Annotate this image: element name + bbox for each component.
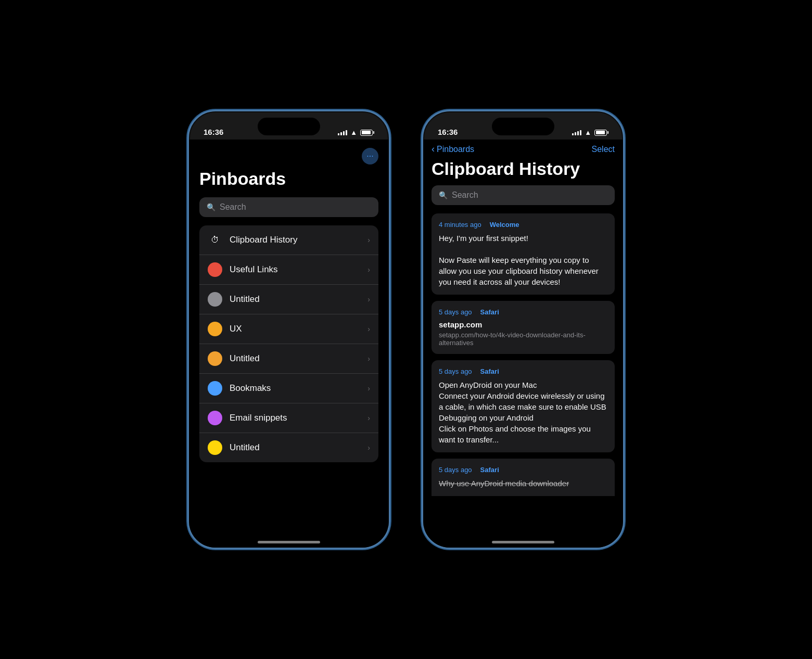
- list-item[interactable]: Untitled ›: [199, 285, 378, 314]
- clip-source: Welcome: [490, 221, 519, 229]
- clipboard-screen: ‹ Pinboards Select Clipboard History 🔍 S…: [423, 140, 623, 496]
- screen-2: ‹ Pinboards Select Clipboard History 🔍 S…: [423, 140, 623, 548]
- clip-time: 5 days ago: [439, 308, 472, 316]
- list-item[interactable]: Untitled ›: [199, 433, 378, 462]
- search-bar-1[interactable]: 🔍 Search: [199, 197, 378, 217]
- chevron-right-icon: ›: [367, 325, 370, 333]
- list-item[interactable]: Bookmaks ›: [199, 374, 378, 403]
- search-placeholder-2: Search: [452, 191, 478, 200]
- chevron-right-icon: ›: [367, 295, 370, 303]
- bookmaks-icon: [208, 381, 222, 396]
- clipboard-title: Clipboard History: [423, 157, 623, 185]
- clip-content: Open AnyDroid on your MacConnect your An…: [439, 379, 607, 445]
- phone-2: 16:36 ▲ ‹ Pinboards: [422, 110, 625, 549]
- more-button[interactable]: ···: [362, 148, 378, 164]
- clip-url-sub: setapp.com/how-to/4k-video-downloader-an…: [439, 331, 607, 347]
- time-2: 16:36: [438, 128, 458, 136]
- back-label: Pinboards: [437, 145, 474, 154]
- battery-icon: [360, 130, 374, 136]
- ux-icon: [208, 322, 222, 336]
- search-icon-1: 🔍: [207, 203, 215, 211]
- item-label: Untitled: [230, 294, 367, 305]
- list-item[interactable]: UX ›: [199, 314, 378, 344]
- status-icons-1: ▲: [338, 129, 374, 136]
- useful-links-icon: [208, 262, 222, 277]
- clip-item[interactable]: 5 days ago Safari setapp.com setapp.com/…: [432, 301, 615, 354]
- pinboards-header: ···: [199, 148, 378, 164]
- clip-time: 4 minutes ago: [439, 221, 481, 229]
- email-snippets-icon: [208, 411, 222, 425]
- home-indicator-1: [258, 541, 320, 543]
- clip-meta: 5 days ago Safari: [439, 308, 607, 316]
- nav-bar: ‹ Pinboards Select: [423, 140, 623, 157]
- clip-source: Safari: [480, 367, 499, 375]
- clipboard-items-list: 4 minutes ago Welcome Hey, I'm your firs…: [423, 213, 623, 496]
- clip-item[interactable]: 5 days ago Safari Why use AnyDroid media…: [432, 459, 615, 496]
- item-label: Bookmaks: [230, 383, 367, 394]
- clip-source: Safari: [480, 308, 499, 316]
- list-item[interactable]: ⏱ Clipboard History ›: [199, 225, 378, 255]
- clip-content: Why use AnyDroid media downloader: [439, 478, 607, 489]
- chevron-right-icon: ›: [367, 384, 370, 392]
- item-label: Clipboard History: [230, 235, 367, 245]
- item-label: Useful Links: [230, 264, 367, 275]
- search-icon-2: 🔍: [439, 191, 448, 199]
- clip-content: Hey, I'm your first snippet!Now Paste wi…: [439, 233, 607, 287]
- item-label: UX: [230, 324, 367, 334]
- time-1: 16:36: [204, 128, 223, 136]
- item-label: Untitled: [230, 442, 367, 453]
- phone-1: 16:36 ▲ ··· Pinboards 🔍: [187, 110, 390, 549]
- clip-time: 5 days ago: [439, 367, 472, 375]
- clipboard-search-bar[interactable]: 🔍 Search: [432, 185, 615, 205]
- clipboard-icon: ⏱: [208, 233, 222, 247]
- chevron-right-icon: ›: [367, 414, 370, 422]
- clip-item[interactable]: 4 minutes ago Welcome Hey, I'm your firs…: [432, 213, 615, 295]
- untitled-2-icon: [208, 351, 222, 366]
- clip-meta: 4 minutes ago Welcome: [439, 221, 607, 229]
- back-button[interactable]: ‹ Pinboards: [432, 144, 474, 155]
- search-placeholder-1: Search: [220, 202, 246, 212]
- pinboards-title: Pinboards: [199, 169, 378, 189]
- untitled-3-icon: [208, 440, 222, 455]
- chevron-right-icon: ›: [367, 443, 370, 452]
- screen-1: ··· Pinboards 🔍 Search ⏱ Clipboard Histo…: [189, 140, 389, 548]
- back-chevron-icon: ‹: [432, 144, 435, 155]
- list-item[interactable]: Untitled ›: [199, 344, 378, 374]
- signal-icon: [572, 130, 581, 135]
- item-label: Email snippets: [230, 413, 367, 423]
- pinboard-list: ⏱ Clipboard History › Useful Links › Unt…: [199, 225, 378, 462]
- chevron-right-icon: ›: [367, 265, 370, 274]
- clip-meta: 5 days ago Safari: [439, 466, 607, 474]
- signal-icon: [338, 130, 347, 135]
- list-item[interactable]: Useful Links ›: [199, 255, 378, 285]
- wifi-icon: ▲: [350, 129, 357, 136]
- chevron-right-icon: ›: [367, 354, 370, 363]
- untitled-1-icon: [208, 292, 222, 307]
- select-button[interactable]: Select: [592, 145, 615, 154]
- wifi-icon: ▲: [585, 129, 591, 136]
- battery-icon: [594, 130, 608, 136]
- clip-url-main: setapp.com: [439, 320, 607, 329]
- dynamic-island-2: [492, 118, 554, 135]
- clip-source: Safari: [480, 466, 499, 474]
- list-item[interactable]: Email snippets ›: [199, 403, 378, 433]
- clip-item[interactable]: 5 days ago Safari Open AnyDroid on your …: [432, 360, 615, 452]
- home-indicator-2: [492, 541, 554, 543]
- chevron-right-icon: ›: [367, 236, 370, 244]
- status-icons-2: ▲: [572, 129, 608, 136]
- dynamic-island-1: [258, 118, 320, 135]
- item-label: Untitled: [230, 353, 367, 364]
- clip-time: 5 days ago: [439, 466, 472, 474]
- pinboards-screen: ··· Pinboards 🔍 Search ⏱ Clipboard Histo…: [189, 140, 389, 471]
- clip-meta: 5 days ago Safari: [439, 367, 607, 375]
